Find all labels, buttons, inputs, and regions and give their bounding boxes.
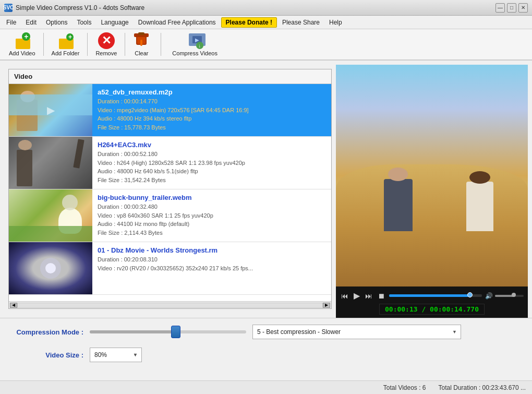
menu-item-help[interactable]: Help [325, 17, 346, 28]
video-info-3: big-buck-bunny_trailer.webm Duration : 0… [92, 189, 331, 242]
toolbar: + Add Video + Add Folder ✕ Remove [0, 29, 532, 61]
compression-slider-container [90, 330, 246, 333]
title-bar-left: SVC Simple Video Compress V1.0 - 4dots S… [4, 4, 144, 12]
title-bar-controls: — □ ✕ [495, 3, 528, 13]
add-folder-label: Add Folder [52, 50, 80, 56]
preview-scene [336, 65, 528, 286]
add-video-icon: + [14, 32, 30, 49]
video-thumb-4 [9, 242, 92, 294]
video-item-1[interactable]: a52_dvb_remuxed.m2p Duration : 00:00:14.… [9, 84, 331, 137]
total-videos-status: Total Videos : 6 [383, 384, 426, 391]
video-list[interactable]: a52_dvb_remuxed.m2p Duration : 00:00:14.… [9, 84, 331, 301]
horizontal-scrollbar[interactable]: ◀ ▶ [9, 301, 331, 308]
video-name-2: H264+EAC3.mkv [98, 141, 326, 149]
video-controls-bar: ⏮ ▶ ⏭ ⏹ 🔊 [336, 286, 528, 318]
menu-item-tools[interactable]: Tools [72, 17, 95, 28]
video-preview: ⏮ ▶ ⏭ ⏹ 🔊 [336, 65, 528, 318]
menu-item-file[interactable]: File [2, 17, 20, 28]
compress-videos-button[interactable]: ▶ ↓ Compress Videos [167, 30, 222, 59]
video-name-4: 01 - Dbz Movie - Worlds Strongest.rm [98, 246, 326, 254]
video-name-1: a52_dvb_remuxed.m2p [98, 88, 326, 96]
menu-item-donate[interactable]: Please Donate ! [221, 17, 277, 28]
video-name-3: big-buck-bunny_trailer.webm [98, 194, 326, 201]
time-display-container: 00:00:13 / 00:00:14.770 [340, 304, 524, 315]
clear-icon [133, 32, 150, 49]
add-folder-icon: + [57, 32, 74, 49]
app-icon: SVC [4, 4, 13, 12]
video-item-3[interactable]: big-buck-bunny_trailer.webm Duration : 0… [9, 189, 331, 242]
clear-label: Clear [135, 50, 148, 56]
volume-icon: 🔊 [485, 292, 493, 300]
compression-slider-fill [90, 330, 176, 333]
menu-item-share[interactable]: Please Share [278, 17, 324, 28]
controls-row: ⏮ ▶ ⏭ ⏹ 🔊 [340, 290, 524, 302]
play-button[interactable]: ▶ [353, 290, 361, 302]
bottom-controls: Compression Mode : 1 - Fastest - Less co… [0, 318, 532, 380]
size-label: Video Size : [10, 351, 83, 359]
status-bar: Total Videos : 6 Total Duration : 00:23:… [0, 380, 532, 394]
remove-icon: ✕ [98, 32, 115, 49]
compression-select[interactable]: 1 - Fastest - Less compression 2 - Fast … [252, 325, 461, 339]
video-item-4[interactable]: 01 - Dbz Movie - Worlds Strongest.rm Dur… [9, 242, 331, 295]
add-folder-button[interactable]: + Add Folder [47, 30, 84, 59]
size-select[interactable]: 20% 40% 60% 80% 100% 120% 150% [90, 348, 142, 362]
video-details-2: Duration : 00:00:52.180 Video : h264 (Hi… [98, 150, 326, 184]
right-panel: ⏮ ▶ ⏭ ⏹ 🔊 [332, 61, 532, 318]
video-panel-header: Video [9, 69, 331, 84]
menu-bar: File Edit Options Tools Language Downloa… [0, 16, 532, 29]
compress-icon: ▶ ↓ [187, 32, 203, 49]
video-item-2[interactable]: H264+EAC3.mkv Duration : 00:00:52.180 Vi… [9, 137, 331, 189]
compression-slider-track[interactable] [90, 330, 246, 333]
compression-slider-thumb[interactable] [171, 326, 180, 338]
volume-bar[interactable] [495, 295, 524, 297]
prev-button[interactable]: ⏮ [340, 291, 349, 301]
remove-label: Remove [95, 50, 117, 56]
video-details-1: Duration : 00:00:14.770 Video : mpeg2vid… [98, 97, 326, 132]
compress-videos-label: Compress Videos [172, 50, 217, 56]
scroll-right-button[interactable]: ▶ [323, 303, 330, 308]
video-thumb-1 [9, 84, 92, 136]
compression-label: Compression Mode : [10, 328, 83, 336]
maximize-button[interactable]: □ [507, 3, 516, 13]
menu-item-edit[interactable]: Edit [21, 17, 41, 28]
video-info-2: H264+EAC3.mkv Duration : 00:00:52.180 Vi… [92, 137, 331, 189]
menu-item-language[interactable]: Language [96, 17, 132, 28]
volume-control: 🔊 [485, 292, 524, 300]
video-thumb-2 [9, 137, 92, 189]
add-video-label: Add Video [9, 50, 35, 56]
video-details-4: Duration : 00:20:08.310 Video : rv20 (RV… [98, 255, 326, 272]
next-button[interactable]: ⏭ [364, 291, 373, 301]
compression-select-wrapper: 1 - Fastest - Less compression 2 - Fast … [252, 325, 461, 339]
video-details-3: Duration : 00:00:32.480 Video : vp8 640x… [98, 202, 326, 237]
stop-button[interactable]: ⏹ [377, 291, 386, 301]
menu-item-download[interactable]: Download Free Applications [134, 17, 220, 28]
window-title: Simple Video Compress V1.0 - 4dots Softw… [16, 4, 144, 11]
scroll-track[interactable] [17, 303, 323, 308]
compression-row: Compression Mode : 1 - Fastest - Less co… [10, 325, 522, 339]
minimize-button[interactable]: — [495, 3, 505, 13]
video-info-1: a52_dvb_remuxed.m2p Duration : 00:00:14.… [92, 84, 331, 136]
title-bar: SVC Simple Video Compress V1.0 - 4dots S… [0, 0, 532, 16]
menu-item-options[interactable]: Options [42, 17, 71, 28]
close-button[interactable]: ✕ [518, 3, 528, 13]
video-panel: Video a52_dvb_remuxed.m2p [8, 69, 332, 309]
app-window: SVC Simple Video Compress V1.0 - 4dots S… [0, 0, 532, 394]
remove-button[interactable]: ✕ Remove [91, 30, 122, 59]
content-area: Video a52_dvb_remuxed.m2p [0, 61, 532, 318]
size-row: Video Size : 20% 40% 60% 80% 100% 120% 1… [10, 348, 522, 362]
total-duration-status: Total Duration : 00:23:43.670 ... [439, 384, 526, 391]
size-select-wrapper: 20% 40% 60% 80% 100% 120% 150% ▼ [90, 348, 142, 362]
video-info-4: 01 - Dbz Movie - Worlds Strongest.rm Dur… [92, 242, 331, 294]
clear-button[interactable]: Clear [128, 30, 154, 59]
time-display: 00:00:13 / 00:00:14.770 [379, 304, 485, 315]
progress-bar[interactable] [389, 294, 482, 297]
left-panel: Video a52_dvb_remuxed.m2p [0, 61, 332, 318]
scroll-left-button[interactable]: ◀ [10, 303, 17, 308]
add-video-button[interactable]: + Add Video [4, 30, 40, 59]
video-thumb-3 [9, 189, 92, 242]
